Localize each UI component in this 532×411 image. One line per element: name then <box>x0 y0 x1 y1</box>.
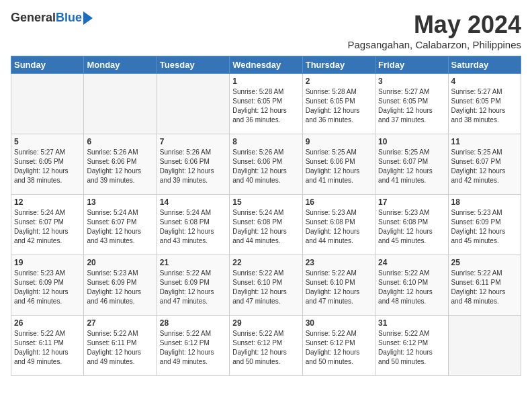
day-number: 20 <box>87 258 153 267</box>
day-number: 18 <box>451 197 518 207</box>
day-info: Sunrise: 5:22 AMSunset: 6:12 PMDaylight:… <box>306 329 372 367</box>
day-info: Sunrise: 5:24 AMSunset: 6:07 PMDaylight:… <box>87 208 153 246</box>
day-cell: 28Sunrise: 5:22 AMSunset: 6:12 PMDayligh… <box>157 316 229 376</box>
week-row-1: 1Sunrise: 5:28 AMSunset: 6:05 PMDaylight… <box>11 74 521 134</box>
calendar-table: SundayMondayTuesdayWednesdayThursdayFrid… <box>11 56 521 376</box>
day-number: 2 <box>306 77 372 86</box>
day-cell: 26Sunrise: 5:22 AMSunset: 6:11 PMDayligh… <box>11 316 84 376</box>
day-info: Sunrise: 5:24 AMSunset: 6:08 PMDaylight:… <box>232 208 299 246</box>
day-number: 12 <box>14 197 81 207</box>
day-number: 4 <box>451 77 518 86</box>
day-number: 13 <box>87 197 153 207</box>
day-cell: 9Sunrise: 5:25 AMSunset: 6:06 PMDaylight… <box>302 134 375 195</box>
day-number: 29 <box>232 318 299 328</box>
week-row-4: 19Sunrise: 5:23 AMSunset: 6:09 PMDayligh… <box>11 255 521 316</box>
day-info: Sunrise: 5:22 AMSunset: 6:10 PMDaylight:… <box>232 269 299 306</box>
logo-arrow-icon <box>83 11 93 25</box>
logo-general-text: General <box>11 11 56 25</box>
day-info: Sunrise: 5:24 AMSunset: 6:08 PMDaylight:… <box>160 208 226 246</box>
day-cell: 18Sunrise: 5:23 AMSunset: 6:09 PMDayligh… <box>448 195 521 255</box>
day-info: Sunrise: 5:22 AMSunset: 6:11 PMDaylight:… <box>451 269 518 306</box>
col-header-tuesday: Tuesday <box>157 56 229 74</box>
day-number: 23 <box>306 258 372 267</box>
day-number: 5 <box>14 137 81 146</box>
day-number: 7 <box>160 137 226 146</box>
day-number: 15 <box>232 197 299 207</box>
day-cell: 11Sunrise: 5:25 AMSunset: 6:07 PMDayligh… <box>448 134 521 195</box>
day-info: Sunrise: 5:23 AMSunset: 6:09 PMDaylight:… <box>451 208 518 246</box>
day-info: Sunrise: 5:27 AMSunset: 6:05 PMDaylight:… <box>14 148 81 185</box>
day-cell: 29Sunrise: 5:22 AMSunset: 6:12 PMDayligh… <box>230 316 302 376</box>
week-row-2: 5Sunrise: 5:27 AMSunset: 6:05 PMDaylight… <box>11 134 521 195</box>
day-cell: 12Sunrise: 5:24 AMSunset: 6:07 PMDayligh… <box>11 195 84 255</box>
title-block: May 2024 Pagsangahan, Calabarzon, Philip… <box>347 11 521 50</box>
day-cell: 8Sunrise: 5:26 AMSunset: 6:06 PMDaylight… <box>230 134 302 195</box>
day-cell: 10Sunrise: 5:25 AMSunset: 6:07 PMDayligh… <box>375 134 448 195</box>
day-number: 17 <box>378 197 445 207</box>
day-info: Sunrise: 5:26 AMSunset: 6:06 PMDaylight:… <box>160 148 226 185</box>
day-cell: 5Sunrise: 5:27 AMSunset: 6:05 PMDaylight… <box>11 134 84 195</box>
day-number: 11 <box>451 137 518 146</box>
day-number: 30 <box>306 318 372 328</box>
day-number: 3 <box>378 77 445 86</box>
logo: General Blue <box>11 11 93 25</box>
day-number: 26 <box>14 318 81 328</box>
week-row-3: 12Sunrise: 5:24 AMSunset: 6:07 PMDayligh… <box>11 195 521 255</box>
day-info: Sunrise: 5:22 AMSunset: 6:10 PMDaylight:… <box>306 269 372 306</box>
day-info: Sunrise: 5:25 AMSunset: 6:07 PMDaylight:… <box>451 148 518 185</box>
day-number: 14 <box>160 197 226 207</box>
day-info: Sunrise: 5:22 AMSunset: 6:12 PMDaylight:… <box>160 329 226 367</box>
day-info: Sunrise: 5:25 AMSunset: 6:07 PMDaylight:… <box>378 148 445 185</box>
day-number: 22 <box>232 258 299 267</box>
page-header: General Blue May 2024 Pagsangahan, Calab… <box>11 11 521 50</box>
logo-blue-text: Blue <box>56 11 82 25</box>
day-info: Sunrise: 5:22 AMSunset: 6:11 PMDaylight:… <box>14 329 81 367</box>
day-number: 10 <box>378 137 445 146</box>
calendar-header-row: SundayMondayTuesdayWednesdayThursdayFrid… <box>11 56 521 74</box>
month-title: May 2024 <box>347 11 521 39</box>
day-cell: 1Sunrise: 5:28 AMSunset: 6:05 PMDaylight… <box>230 74 302 134</box>
day-cell: 15Sunrise: 5:24 AMSunset: 6:08 PMDayligh… <box>230 195 302 255</box>
day-cell: 20Sunrise: 5:23 AMSunset: 6:09 PMDayligh… <box>84 255 157 316</box>
day-number: 27 <box>87 318 153 328</box>
week-row-5: 26Sunrise: 5:22 AMSunset: 6:11 PMDayligh… <box>11 316 521 376</box>
day-cell: 6Sunrise: 5:26 AMSunset: 6:06 PMDaylight… <box>84 134 157 195</box>
day-info: Sunrise: 5:22 AMSunset: 6:12 PMDaylight:… <box>232 329 299 367</box>
day-info: Sunrise: 5:28 AMSunset: 6:05 PMDaylight:… <box>232 87 299 125</box>
day-info: Sunrise: 5:26 AMSunset: 6:06 PMDaylight:… <box>87 148 153 185</box>
day-info: Sunrise: 5:23 AMSunset: 6:08 PMDaylight:… <box>378 208 445 246</box>
day-info: Sunrise: 5:27 AMSunset: 6:05 PMDaylight:… <box>378 87 445 125</box>
day-cell: 27Sunrise: 5:22 AMSunset: 6:11 PMDayligh… <box>84 316 157 376</box>
day-cell: 16Sunrise: 5:23 AMSunset: 6:08 PMDayligh… <box>302 195 375 255</box>
day-cell: 2Sunrise: 5:28 AMSunset: 6:05 PMDaylight… <box>302 74 375 134</box>
day-cell: 31Sunrise: 5:22 AMSunset: 6:12 PMDayligh… <box>375 316 448 376</box>
day-cell: 22Sunrise: 5:22 AMSunset: 6:10 PMDayligh… <box>230 255 302 316</box>
day-info: Sunrise: 5:22 AMSunset: 6:09 PMDaylight:… <box>160 269 226 306</box>
day-info: Sunrise: 5:22 AMSunset: 6:10 PMDaylight:… <box>378 269 445 306</box>
day-info: Sunrise: 5:24 AMSunset: 6:07 PMDaylight:… <box>14 208 81 246</box>
day-cell: 24Sunrise: 5:22 AMSunset: 6:10 PMDayligh… <box>375 255 448 316</box>
day-info: Sunrise: 5:25 AMSunset: 6:06 PMDaylight:… <box>306 148 372 185</box>
day-cell <box>157 74 229 134</box>
day-number: 19 <box>14 258 81 267</box>
day-info: Sunrise: 5:28 AMSunset: 6:05 PMDaylight:… <box>306 87 372 125</box>
location-text: Pagsangahan, Calabarzon, Philippines <box>347 39 521 50</box>
day-cell: 30Sunrise: 5:22 AMSunset: 6:12 PMDayligh… <box>302 316 375 376</box>
col-header-friday: Friday <box>375 56 448 74</box>
col-header-sunday: Sunday <box>11 56 84 74</box>
day-cell: 4Sunrise: 5:27 AMSunset: 6:05 PMDaylight… <box>448 74 521 134</box>
day-cell: 7Sunrise: 5:26 AMSunset: 6:06 PMDaylight… <box>157 134 229 195</box>
day-cell: 13Sunrise: 5:24 AMSunset: 6:07 PMDayligh… <box>84 195 157 255</box>
day-number: 21 <box>160 258 226 267</box>
day-cell: 23Sunrise: 5:22 AMSunset: 6:10 PMDayligh… <box>302 255 375 316</box>
day-cell: 19Sunrise: 5:23 AMSunset: 6:09 PMDayligh… <box>11 255 84 316</box>
day-cell: 14Sunrise: 5:24 AMSunset: 6:08 PMDayligh… <box>157 195 229 255</box>
day-info: Sunrise: 5:22 AMSunset: 6:12 PMDaylight:… <box>378 329 445 367</box>
day-number: 24 <box>378 258 445 267</box>
day-cell: 17Sunrise: 5:23 AMSunset: 6:08 PMDayligh… <box>375 195 448 255</box>
day-cell: 21Sunrise: 5:22 AMSunset: 6:09 PMDayligh… <box>157 255 229 316</box>
day-cell: 25Sunrise: 5:22 AMSunset: 6:11 PMDayligh… <box>448 255 521 316</box>
day-cell <box>11 74 84 134</box>
day-info: Sunrise: 5:22 AMSunset: 6:11 PMDaylight:… <box>87 329 153 367</box>
day-number: 31 <box>378 318 445 328</box>
